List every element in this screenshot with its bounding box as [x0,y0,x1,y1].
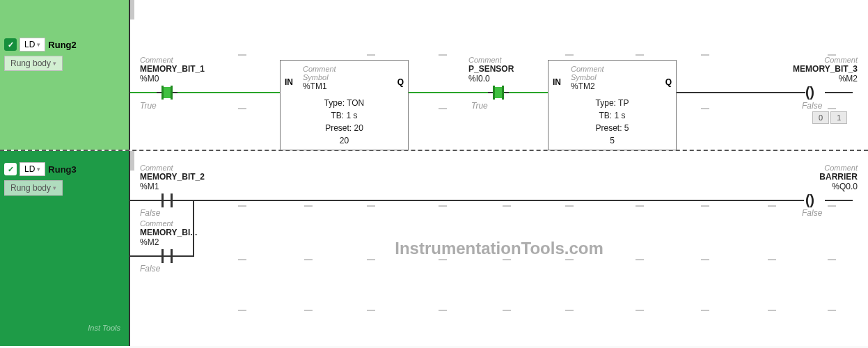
watermark-corner: Inst Tools [88,324,120,332]
placeholder-dot [768,205,776,207]
wire [177,200,193,201]
rung3-lang-dropdown[interactable]: LD [19,162,45,176]
check-icon: ✓ [4,163,17,175]
comment-text: Comment [140,164,205,172]
timer-preset: Preset: 20 [286,122,402,134]
placeholder-dot [636,259,644,260]
placeholder-dot [701,259,709,260]
wire [825,200,853,201]
wire [825,92,853,93]
timer-value: 20 [286,134,402,147]
placeholder-dot [503,205,511,207]
coil-label: Comment MEMORY_BIT_3 %M2 [788,56,858,84]
timer-type: Type: TP [554,97,670,109]
symbol-name: BARRIER [798,172,858,182]
contact-p-sensor[interactable] [488,84,509,101]
pin-q-label: Q [397,77,404,87]
coil-barrier[interactable]: ( ) [805,193,812,206]
comment-text: Comment [788,56,858,64]
rung-body-label: Rung body [10,58,51,68]
rung3-sidebar: ✓ LD Rung3 Rung body Inst Tools [0,151,129,346]
placeholder-dot [367,205,375,207]
coil-memory-bit-3[interactable]: ( ) [805,86,812,98]
timer-preset: Preset: 5 [554,122,670,134]
timer-block-tm2[interactable]: IN Q Comment Symbol %TM2 Type: TP TB: 1 … [548,60,677,150]
placeholder-dot [701,205,709,207]
pin-in-label: IN [553,77,561,87]
placeholder-dot [439,205,447,207]
placeholder-dot [367,54,375,56]
symbol-name: MEMORY_BIT_1 [140,64,205,74]
wire [177,255,193,257]
placeholder-dot [439,310,447,311]
timer-block-tm1[interactable]: IN Q Comment Symbol %TM1 Type: TON TB: 1… [280,60,409,150]
comment-text: Comment [140,56,205,64]
placeholder-dot [636,310,644,311]
rail-marker [130,151,134,171]
state-text: False [802,101,822,111]
symbol-name: MEMORY_BI... [140,228,197,237]
timer-tb: TB: 1 s [286,109,402,122]
comment-text: Comment [468,56,514,64]
placeholder-dot [238,108,246,109]
wire [130,255,157,257]
placeholder-dot [565,259,574,260]
symbol-placeholder: Symbol [303,73,402,81]
contact-label: Comment MEMORY_BI... %M2 [140,219,197,247]
placeholder-dot [304,259,313,260]
timer-addr: %TM1 [303,81,402,91]
placeholder-dot [439,259,447,260]
timer-addr: %TM2 [571,81,670,91]
placeholder-dot [636,205,644,207]
rail-marker [130,0,134,19]
placeholder-dot [565,205,574,207]
force-0-button[interactable]: 0 [812,111,829,124]
placeholder-dot [304,310,313,311]
rung-body-label: Rung body [10,183,51,193]
rung3-body-dropdown[interactable]: Rung body [4,180,63,196]
state-text: True [140,101,157,111]
state-label: False [802,100,822,111]
placeholder-dot [701,108,709,109]
rung3-title: Rung3 [48,164,76,175]
pin-in-label: IN [285,77,293,87]
watermark-text: InstrumentationTools.com [395,239,603,258]
wire [409,92,488,93]
coil-label: Comment BARRIER %Q0.0 [798,164,858,191]
rung2-body-dropdown[interactable]: Rung body [4,56,63,71]
state-label: False [140,262,160,274]
symbol-placeholder: Symbol [571,73,670,81]
placeholder-dot [701,54,709,56]
placeholder-dot [828,108,836,109]
state-label: False [802,207,822,218]
symbol-addr: %M2 [788,74,858,84]
coil-force-buttons: 0 1 [812,111,847,124]
wire [509,92,548,93]
rung2-title: Rung2 [48,40,76,50]
symbol-name: MEMORY_BIT_2 [140,172,205,182]
wire [177,92,280,93]
placeholder-dot [768,310,776,311]
wire [193,200,804,201]
contact-label: Comment MEMORY_BIT_1 %M0 [140,56,205,84]
rung2-sidebar: ✓ LD Rung2 Rung body [0,0,129,150]
contact-memory-bit-1[interactable] [157,84,177,101]
ld-label: LD [24,164,35,174]
placeholder-dot [367,310,375,311]
placeholder-dot [238,54,246,56]
comment-text: Comment [798,164,858,172]
state-label: False [140,207,160,218]
wire [130,92,157,93]
ld-label: LD [24,40,35,49]
force-1-button[interactable]: 1 [830,111,847,124]
rung2-lang-dropdown[interactable]: LD [19,38,45,52]
placeholder-dot [439,54,447,56]
placeholder-dot [238,310,246,311]
timer-type: Type: TON [286,97,402,109]
placeholder-dot [701,310,709,311]
symbol-addr: %I0.0 [468,74,514,84]
wire [130,200,157,201]
comment-text: Comment [140,219,197,228]
check-icon: ✓ [4,38,17,51]
placeholder-dot [304,205,313,207]
